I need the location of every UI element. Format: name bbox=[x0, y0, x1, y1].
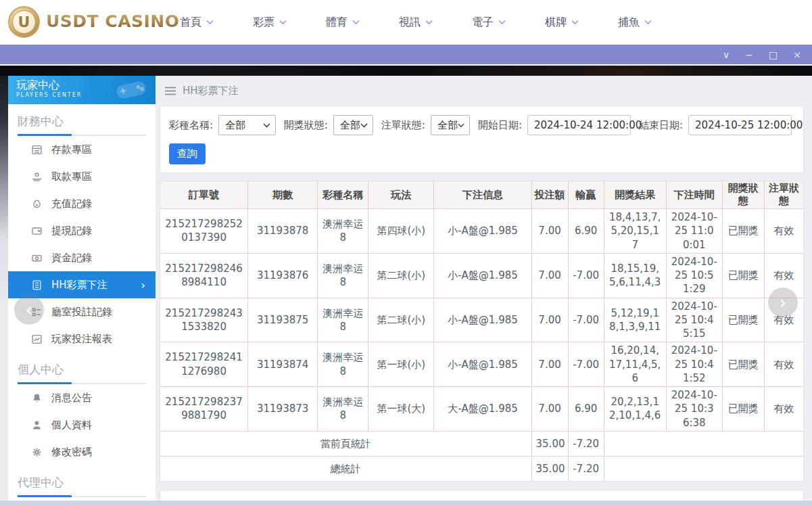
section-underline bbox=[18, 496, 146, 497]
table-row: 215217298241127698031193874澳洲幸运8第一球(小)小-… bbox=[160, 342, 804, 387]
minimize-button[interactable]: − bbox=[745, 50, 753, 60]
funds-record-icon bbox=[31, 252, 43, 264]
close-button[interactable]: × bbox=[793, 50, 801, 60]
nav-item-1[interactable]: 首頁 bbox=[180, 16, 214, 30]
filter-panel: 彩種名稱: 全部 開獎狀態: 全部 注單狀態: 全部 開始日期: 2024-10… bbox=[160, 106, 804, 173]
table-row: 215217298252013739031193878澳洲幸运8第四球(小)小-… bbox=[160, 209, 804, 254]
bets-table: 訂單號期數彩種名稱玩法下注信息投注額輸贏開獎結果下注時間開獎狀態注單狀態2152… bbox=[160, 181, 804, 482]
end-date-input[interactable]: 2024-10-25 12:00:00 bbox=[688, 115, 792, 135]
table-cell: 31193873 bbox=[248, 387, 318, 432]
order-status-select[interactable]: 全部 bbox=[431, 115, 470, 135]
table-cell: 7.00 bbox=[531, 209, 568, 254]
sidebar-item-label: 個人資料 bbox=[51, 419, 92, 432]
brand-name: USDT CASINO bbox=[46, 12, 180, 31]
withdrawal-record-icon bbox=[31, 225, 43, 237]
bottom-scroll-band bbox=[0, 501, 812, 506]
table-cell: 7.00 bbox=[531, 298, 568, 342]
summary-empty bbox=[604, 456, 803, 481]
table-cell: 2024-10-25 10:51:29 bbox=[666, 253, 722, 298]
table-cell: 2152172982379881790 bbox=[160, 387, 248, 432]
table-cell: 7.00 bbox=[531, 342, 568, 387]
table-cell: 7.00 bbox=[531, 253, 568, 298]
sidebar-item-消息公告[interactable]: 消息公告 bbox=[8, 384, 156, 411]
table-cell: 第一球(大) bbox=[368, 387, 434, 432]
column-header: 玩法 bbox=[368, 181, 434, 209]
panel-next-button[interactable]: › bbox=[768, 288, 798, 317]
table-cell: 2024-10-25 10:41:52 bbox=[666, 342, 722, 387]
table-cell: 已開獎 bbox=[722, 209, 764, 254]
summary-bet-total: 35.00 bbox=[531, 431, 568, 456]
bets-table-card: 訂單號期數彩種名稱玩法下注信息投注額輸贏開獎結果下注時間開獎狀態注單狀態2152… bbox=[160, 181, 804, 482]
table-cell: 澳洲幸运8 bbox=[318, 387, 368, 432]
draw-status-select[interactable]: 全部 bbox=[333, 115, 373, 135]
window-dropdown-icon[interactable]: ∨ bbox=[723, 50, 730, 60]
sidebar-item-label: 資金記錄 bbox=[51, 252, 92, 264]
order-status-label: 注單狀態: bbox=[381, 119, 425, 132]
table-cell: 6.90 bbox=[568, 387, 604, 432]
summary-label: 當前頁統計 bbox=[160, 431, 532, 456]
recharge-record-icon bbox=[31, 198, 43, 210]
lottery-name-value: 全部 bbox=[225, 119, 245, 132]
query-button[interactable]: 查詢 bbox=[169, 143, 206, 164]
column-header: 開獎狀態 bbox=[722, 181, 764, 209]
hamburger-menu-icon[interactable] bbox=[165, 87, 176, 95]
sidebar-item-個人資料[interactable]: 個人資料 bbox=[8, 411, 156, 438]
table-cell: 澳洲幸运8 bbox=[318, 298, 368, 342]
table-cell: 小-A盤@1.985 bbox=[434, 253, 531, 298]
table-row: 215217298237988179031193873澳洲幸运8第一球(大)大-… bbox=[160, 387, 804, 432]
sidebar-item-存款專區[interactable]: 存款專區 bbox=[8, 136, 156, 163]
chevron-down-icon bbox=[498, 20, 506, 25]
table-cell: 18,15,19,5,6,11,4,3 bbox=[604, 253, 666, 298]
filter-row: 彩種名稱: 全部 開獎狀態: 全部 注單狀態: 全部 開始日期: 2024-10… bbox=[169, 115, 794, 135]
sidebar-item-資金記錄[interactable]: 資金記錄 bbox=[8, 244, 156, 271]
table-cell: 2024-10-25 10:36:38 bbox=[666, 387, 722, 432]
announcement-icon bbox=[31, 392, 43, 404]
chevron-down-icon bbox=[352, 20, 360, 25]
sidebar-item-提現記錄[interactable]: 提現記錄 bbox=[8, 217, 156, 244]
table-cell: 20,2,13,12,10,1,4,6 bbox=[604, 387, 666, 432]
sidebar-item-HH彩票下注[interactable]: HH彩票下注› bbox=[8, 271, 156, 298]
table-cell: 小-A盤@1.985 bbox=[434, 209, 531, 254]
brand-logo-letter: U bbox=[12, 10, 36, 34]
column-header: 下注時間 bbox=[666, 181, 722, 209]
end-date-label: 結束日期: bbox=[639, 119, 683, 132]
top-nav: 首頁彩票體育視訊電子棋牌捕魚 bbox=[180, 0, 652, 45]
section-title-3: 代理中心 bbox=[8, 465, 156, 490]
sidebar-item-修改密碼[interactable]: 修改密碼 bbox=[8, 438, 156, 465]
summary-winloss-total: -7.20 bbox=[568, 431, 604, 456]
table-cell: 2024-10-25 11:00:01 bbox=[666, 209, 722, 254]
sidebar-item-充值記錄[interactable]: 充值記錄 bbox=[8, 190, 156, 217]
maximize-button[interactable]: □ bbox=[769, 50, 778, 60]
deposit-icon bbox=[31, 144, 43, 156]
window-controls: ∨ − □ × bbox=[723, 45, 801, 64]
nav-item-4[interactable]: 視訊 bbox=[399, 16, 433, 30]
sidebar-collapse-prev-button[interactable]: ‹ bbox=[14, 295, 44, 325]
table-cell: 小-A盤@1.985 bbox=[434, 298, 531, 342]
section-title-1: 財務中心 bbox=[8, 104, 156, 129]
summary-winloss-total: -7.20 bbox=[568, 456, 604, 481]
banner-strip bbox=[0, 66, 812, 76]
table-cell: 澳洲幸运8 bbox=[318, 342, 368, 387]
chevron-down-icon bbox=[279, 20, 287, 25]
table-cell: 有效 bbox=[764, 342, 803, 387]
start-date-input[interactable]: 2024-10-24 12:00:00 bbox=[527, 115, 631, 135]
sidebar-item-玩家投注報表[interactable]: 玩家投注報表 bbox=[8, 325, 156, 352]
nav-item-2[interactable]: 彩票 bbox=[253, 16, 287, 30]
nav-item-3[interactable]: 體育 bbox=[326, 16, 360, 30]
table-cell: 已開獎 bbox=[722, 298, 764, 342]
table-cell: 第一球(小) bbox=[368, 342, 434, 387]
withdraw-icon bbox=[31, 171, 43, 183]
table-cell: 7.00 bbox=[531, 387, 568, 432]
nav-item-7[interactable]: 捕魚 bbox=[618, 16, 652, 30]
main-content: HH彩票下注 彩種名稱: 全部 開獎狀態: 全部 注單狀態: 全部 開始日期: … bbox=[160, 76, 804, 506]
sidebar-item-取款專區[interactable]: 取款專區 bbox=[8, 163, 156, 190]
nav-item-label: 視訊 bbox=[399, 16, 421, 30]
table-row: 215217298243153382031193875澳洲幸运8第二球(小)小-… bbox=[160, 298, 804, 342]
nav-item-5[interactable]: 電子 bbox=[472, 16, 506, 30]
summary-row: 總統計35.00-7.20 bbox=[160, 456, 804, 481]
lottery-name-select[interactable]: 全部 bbox=[218, 115, 276, 135]
top-header: U USDT CASINO 首頁彩票體育視訊電子棋牌捕魚 bbox=[0, 0, 812, 45]
nav-item-6[interactable]: 棋牌 bbox=[545, 16, 579, 30]
order-status-value: 全部 bbox=[437, 119, 458, 132]
nav-item-label: 首頁 bbox=[180, 16, 201, 30]
